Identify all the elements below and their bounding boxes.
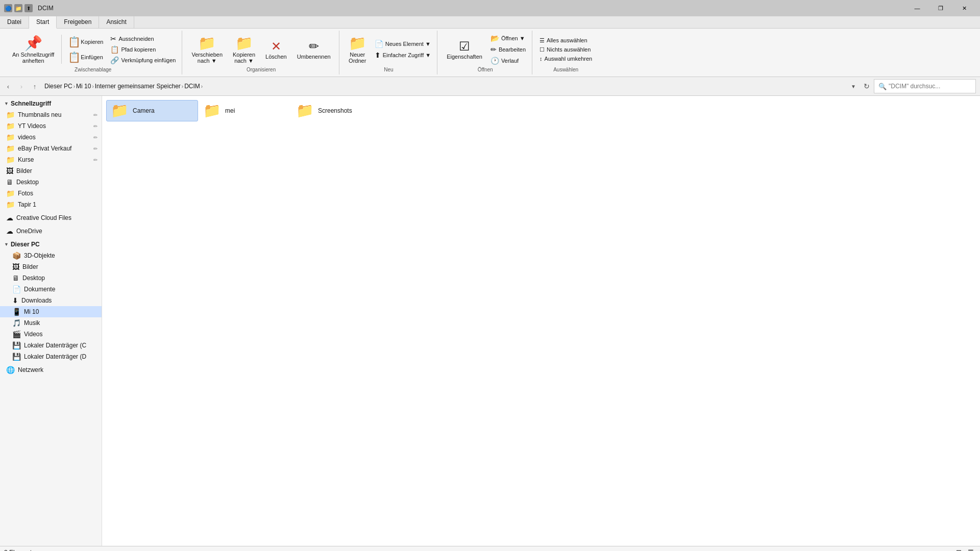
folder-icon: 📁 — [6, 111, 15, 119]
sidebar-item-musik[interactable]: 🎵 Musik — [0, 317, 102, 329]
sidebar-item-videos-pc[interactable]: 🎬 Videos — [0, 329, 102, 340]
select-all-icon: ☰ — [540, 37, 545, 44]
sidebar-item-dokumente[interactable]: 📄 Dokumente — [0, 284, 102, 295]
tab-freigeben[interactable]: Freigeben — [57, 16, 99, 28]
group-label-organisieren: Organisieren — [187, 66, 334, 72]
sidebar-header-dieser-pc[interactable]: ▼ Dieser PC — [0, 239, 102, 250]
drive-icon: 💾 — [12, 341, 21, 349]
sidebar-item-mi10[interactable]: 📱 Mi 10 — [0, 306, 102, 317]
btn-alles-auswaehlen[interactable]: ☰ Alles auswählen — [537, 36, 594, 45]
sidebar-item-lokaler-c[interactable]: 💾 Lokaler Datenträger (C — [0, 340, 102, 351]
pictures-icon: 🖼 — [6, 167, 13, 175]
sidebar-item-bilder[interactable]: 🖼 Bilder — [0, 165, 102, 177]
btn-bearbeiten[interactable]: ✏ Bearbeiten — [488, 44, 528, 55]
refresh-button[interactable]: ↻ — [861, 80, 873, 92]
group-organisieren-buttons: 📁 Verschieben nach ▼ 📁 Kopieren nach ▼ ✕… — [187, 33, 334, 66]
sidebar-item-bilder-pc[interactable]: 🖼 Bilder — [0, 261, 102, 272]
close-button[interactable]: ✕ — [952, 0, 976, 16]
btn-einfacher-zugriff[interactable]: ⬆ Einfacher Zugriff ▼ — [373, 50, 433, 60]
folder-item-camera[interactable]: 📁 Camera — [106, 100, 198, 121]
tab-start[interactable]: Start — [29, 16, 57, 29]
new-element-icon: 📄 — [375, 40, 383, 48]
restore-button[interactable]: ❐ — [929, 0, 952, 16]
group-auswaehlen-buttons: ☰ Alles auswählen ☐ Nichts auswählen ↕ A… — [537, 33, 594, 66]
btn-kopieren-nach[interactable]: 📁 Kopieren nach ▼ — [229, 33, 259, 66]
sidebar-header-schnellzugriff[interactable]: ▼ Schnellzugriff — [0, 98, 102, 109]
btn-verlauf[interactable]: 🕐 Verlauf — [488, 56, 528, 66]
btn-nichts-auswaehlen[interactable]: ☐ Nichts auswählen — [537, 45, 594, 54]
ribbon: Datei Start Freigeben Ansicht 📌 An Schne… — [0, 16, 980, 77]
breadcrumb-interner[interactable]: Interner gemeinsamer Speicher — [95, 83, 181, 90]
history-icon: 🕐 — [491, 57, 499, 65]
sidebar-item-tapir[interactable]: 📁 Tapir 1 — [0, 199, 102, 210]
sidebar-item-ebay[interactable]: 📁 eBay Privat Verkauf ✏ — [0, 143, 102, 154]
sidebar-item-3d-objekte[interactable]: 📦 3D-Objekte — [0, 250, 102, 261]
edit-icon: ✏ — [93, 112, 97, 118]
sidebar-item-onedrive[interactable]: ☁ OneDrive — [0, 226, 102, 237]
sidebar-label-bilder-pc: Bilder — [22, 263, 38, 270]
phone-icon: 📱 — [12, 308, 21, 316]
btn-eigenschaften[interactable]: ☑ Eigenschaften — [443, 37, 486, 62]
folder-item-screenshots[interactable]: 📁 Screenshots — [292, 100, 384, 121]
forward-button[interactable]: › — [15, 80, 28, 92]
btn-umbenennen[interactable]: ✏ Umbenennen — [293, 37, 335, 62]
minimize-button[interactable]: — — [905, 0, 929, 16]
btn-neuer-ordner[interactable]: 📁 Neuer Ordner — [345, 33, 371, 66]
sidebar-item-creative-cloud[interactable]: ☁ Creative Cloud Files — [0, 212, 102, 223]
btn-loeschen[interactable]: ✕ Löschen — [261, 37, 291, 62]
sidebar-section-creative-cloud: ☁ Creative Cloud Files — [0, 212, 102, 223]
sidebar-label-onedrive: OneDrive — [16, 228, 42, 235]
btn-kopieren[interactable]: 📋 Kopieren — [65, 35, 106, 49]
view-grid-button[interactable]: ⊞ — [953, 547, 964, 552]
folder-icon-camera: 📁 — [111, 104, 129, 118]
title-bar-icons: 🔵 📁 ⬆ — [4, 4, 33, 12]
view-list-button[interactable]: ☰ — [966, 547, 976, 552]
tab-ansicht[interactable]: Ansicht — [99, 16, 134, 28]
folder-icon: 📁 — [6, 189, 15, 197]
sidebar-label-videos-pc: Videos — [24, 331, 42, 338]
btn-pfad-kopieren[interactable]: 📋 Pfad kopieren — [108, 44, 178, 55]
sidebar-item-videos[interactable]: 📁 videos ✏ — [0, 132, 102, 143]
open-icon: 📂 — [491, 34, 499, 42]
search-input[interactable] — [889, 83, 971, 90]
btn-an-schnellzugriff[interactable]: 📌 An Schnellzugriff anheften — [8, 33, 58, 66]
sidebar-item-desktop[interactable]: 🖥 Desktop — [0, 177, 102, 188]
breadcrumb-sep-2: › — [92, 84, 93, 89]
folder-item-mei[interactable]: 📁 mei — [199, 100, 291, 121]
back-button[interactable]: ‹ — [2, 80, 14, 92]
btn-auswahl-umkehren[interactable]: ↕ Auswahl umkehren — [537, 55, 594, 63]
btn-ausschneiden[interactable]: ✂ Ausschneiden — [108, 34, 178, 44]
tab-datei[interactable]: Datei — [0, 16, 29, 28]
window-title: DCIM — [38, 5, 54, 12]
btn-einfuegen[interactable]: 📋 Einfügen — [65, 50, 106, 64]
sidebar-item-fotos[interactable]: 📁 Fotos — [0, 188, 102, 199]
btn-oeffnen[interactable]: 📂 Öffnen ▼ — [488, 33, 528, 43]
sidebar-item-netzwerk[interactable]: 🌐 Netzwerk — [0, 364, 102, 375]
btn-neues-element[interactable]: 📄 Neues Element ▼ — [373, 39, 433, 49]
sidebar-item-kurse[interactable]: 📁 Kurse ✏ — [0, 154, 102, 165]
videos-icon: 🎬 — [12, 330, 21, 338]
sidebar-item-lokaler-d[interactable]: 💾 Lokaler Datenträger (D — [0, 351, 102, 362]
status-count: 3 Elemente — [4, 549, 35, 552]
btn-verknuepfung[interactable]: 🔗 Verknüpfung einfügen — [108, 55, 178, 65]
group-organisieren: 📁 Verschieben nach ▼ 📁 Kopieren nach ▼ ✕… — [183, 31, 339, 74]
sidebar-item-thumbnails[interactable]: 📁 Thumbnails neu ✏ — [0, 109, 102, 120]
sidebar-item-desktop-pc[interactable]: 🖥 Desktop — [0, 272, 102, 284]
btn-verschieben-nach[interactable]: 📁 Verschieben nach ▼ — [187, 33, 227, 66]
documents-icon: 📄 — [12, 285, 21, 293]
sidebar-item-downloads[interactable]: ⬇ Downloads — [0, 295, 102, 306]
sidebar-label-downloads: Downloads — [21, 297, 52, 304]
breadcrumb-dcim[interactable]: DCIM — [184, 83, 200, 90]
desktop-icon: 🖥 — [12, 274, 19, 282]
breadcrumb-mi10[interactable]: Mi 10 — [76, 83, 91, 90]
group-auswaehlen: ☰ Alles auswählen ☐ Nichts auswählen ↕ A… — [533, 31, 598, 74]
address-dropdown-button[interactable]: ▼ — [847, 80, 860, 92]
copy-to-icon: 📁 — [235, 35, 253, 52]
cloud-icon: ☁ — [6, 214, 13, 222]
app-icon-folder: 📁 — [14, 4, 22, 12]
edit-icon: ✏ — [93, 123, 97, 129]
sidebar-item-yt-videos[interactable]: 📁 YT Videos ✏ — [0, 120, 102, 132]
ribbon-tabs: Datei Start Freigeben Ansicht — [0, 16, 980, 29]
breadcrumb-dieser-pc[interactable]: Dieser PC — [44, 83, 72, 90]
up-button[interactable]: ↑ — [29, 80, 41, 92]
